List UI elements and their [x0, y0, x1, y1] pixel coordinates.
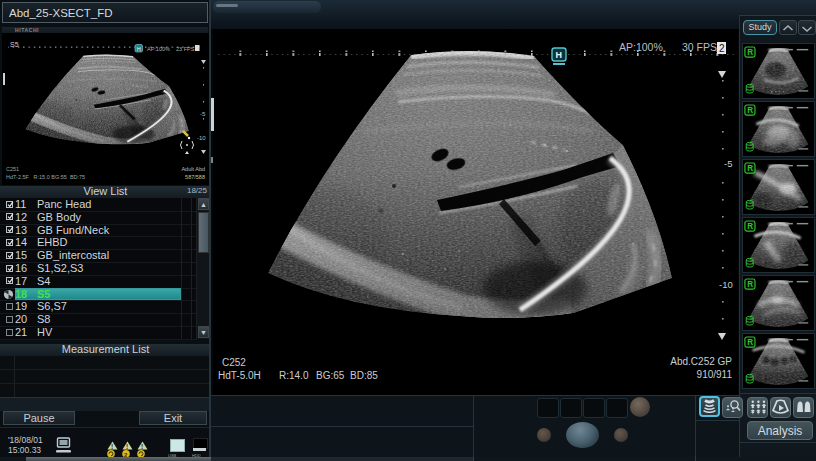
- svg-text:-5: -5: [724, 158, 732, 169]
- svg-text:-10: -10: [719, 279, 733, 290]
- svg-text:!: !: [111, 443, 113, 450]
- svg-text:587/588: 587/588: [185, 174, 205, 180]
- svg-text:AP:100%: AP:100%: [147, 46, 170, 52]
- svg-text:R: R: [747, 106, 753, 115]
- svg-text:910/911: 910/911: [697, 369, 733, 380]
- svg-text:23 FPS: 23 FPS: [176, 46, 195, 52]
- svg-text:R: R: [747, 338, 753, 347]
- svg-text:R:14.0: R:14.0: [279, 370, 309, 381]
- svg-text:R: R: [747, 222, 753, 231]
- svg-text:HdT-5.0H: HdT-5.0H: [218, 370, 261, 381]
- svg-text:Abd.C252 GP: Abd.C252 GP: [670, 356, 732, 367]
- svg-text:R: R: [747, 48, 753, 57]
- svg-text:Adult Abd: Adult Abd: [181, 166, 205, 172]
- svg-text:BG:65: BG:65: [316, 370, 345, 381]
- svg-text:-10: -10: [197, 135, 206, 141]
- svg-text:AP:100%: AP:100%: [619, 41, 663, 53]
- svg-text:C252: C252: [222, 357, 246, 368]
- svg-text:!: !: [126, 443, 128, 450]
- svg-text:H: H: [556, 50, 563, 60]
- svg-text:2: 2: [719, 43, 725, 54]
- svg-text:BD:85: BD:85: [350, 370, 378, 381]
- svg-text:R: R: [747, 164, 753, 173]
- svg-text:R: R: [747, 280, 753, 289]
- svg-text:30 FPS: 30 FPS: [682, 41, 717, 53]
- svg-text:H: H: [137, 46, 141, 52]
- svg-text:C251: C251: [6, 166, 19, 172]
- svg-text:HdT-2.5F R:15.0 BG:55 BD:75: HdT-2.5F R:15.0 BG:55 BD:75: [6, 174, 85, 180]
- svg-text:-5: -5: [200, 111, 206, 117]
- svg-text:!: !: [141, 443, 143, 450]
